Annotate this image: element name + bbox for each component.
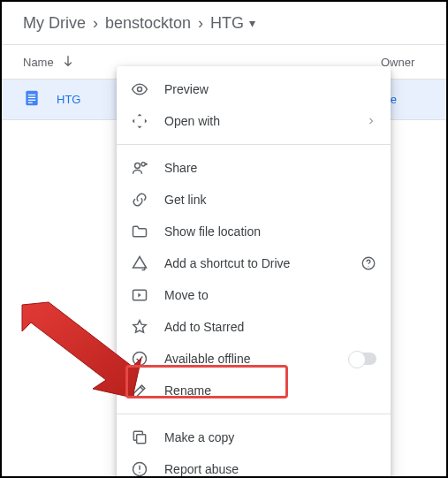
svg-point-6 <box>135 163 140 169</box>
sort-descending-icon[interactable] <box>61 54 75 71</box>
menu-label: Make a copy <box>164 430 376 444</box>
move-icon <box>131 286 148 304</box>
svg-point-5 <box>138 87 142 92</box>
svg-rect-3 <box>28 99 35 100</box>
breadcrumb-mydrive[interactable]: My Drive <box>23 14 86 33</box>
svg-rect-1 <box>28 94 35 95</box>
menu-label: Rename <box>164 383 376 398</box>
menu-label: Preview <box>164 82 376 96</box>
menu-report-abuse[interactable]: Report abuse <box>117 453 391 478</box>
svg-rect-12 <box>137 435 146 444</box>
menu-available-offline[interactable]: Available offline <box>117 343 391 375</box>
context-menu: Preview Open with Share Get link <box>117 66 391 478</box>
menu-label: Add to Starred <box>164 320 376 334</box>
svg-point-9 <box>368 266 368 267</box>
menu-preview[interactable]: Preview <box>117 73 391 105</box>
svg-point-11 <box>133 353 147 366</box>
menu-label: Available offline <box>164 352 350 366</box>
google-docs-icon <box>23 89 41 110</box>
folder-dropdown-icon[interactable]: ▾ <box>249 16 255 30</box>
menu-label: Show file location <box>164 224 376 239</box>
chevron-right-icon <box>366 116 376 126</box>
menu-rename[interactable]: Rename <box>117 375 391 406</box>
breadcrumb: My Drive › benstockton › HTG ▾ <box>2 2 446 44</box>
menu-separator <box>117 144 391 145</box>
menu-label: Report abuse <box>164 462 376 476</box>
svg-point-14 <box>139 472 140 473</box>
menu-make-a-copy[interactable]: Make a copy <box>117 421 391 453</box>
menu-label: Add a shortcut to Drive <box>164 256 361 270</box>
star-icon <box>131 318 148 336</box>
copy-icon <box>131 429 148 446</box>
link-icon <box>131 191 148 209</box>
offline-icon <box>131 350 148 368</box>
help-icon[interactable] <box>361 255 376 271</box>
svg-rect-4 <box>28 102 33 102</box>
menu-label: Get link <box>164 193 376 207</box>
menu-share[interactable]: Share <box>117 152 391 184</box>
menu-label: Share <box>164 161 376 175</box>
report-icon <box>131 460 148 478</box>
menu-show-location[interactable]: Show file location <box>117 216 391 247</box>
eye-icon <box>131 80 148 98</box>
share-icon <box>131 159 148 177</box>
open-with-icon <box>131 112 148 130</box>
folder-icon <box>131 223 148 240</box>
menu-separator <box>117 414 391 414</box>
column-name[interactable]: Name <box>23 56 54 69</box>
menu-get-link[interactable]: Get link <box>117 184 391 216</box>
chevron-right-icon: › <box>93 14 98 33</box>
chevron-right-icon: › <box>198 14 203 33</box>
drive-shortcut-icon <box>131 254 148 272</box>
menu-open-with[interactable]: Open with <box>117 105 391 137</box>
menu-move-to[interactable]: Move to <box>117 279 391 311</box>
breadcrumb-benstockton[interactable]: benstockton <box>105 14 191 33</box>
breadcrumb-htg[interactable]: HTG <box>210 14 244 33</box>
pencil-icon <box>131 382 148 399</box>
svg-point-7 <box>141 163 145 166</box>
menu-add-shortcut[interactable]: Add a shortcut to Drive <box>117 247 391 279</box>
menu-label: Open with <box>164 114 366 128</box>
menu-label: Move to <box>164 288 376 302</box>
svg-rect-2 <box>28 96 35 97</box>
menu-add-starred[interactable]: Add to Starred <box>117 311 391 343</box>
offline-toggle[interactable] <box>350 353 376 365</box>
